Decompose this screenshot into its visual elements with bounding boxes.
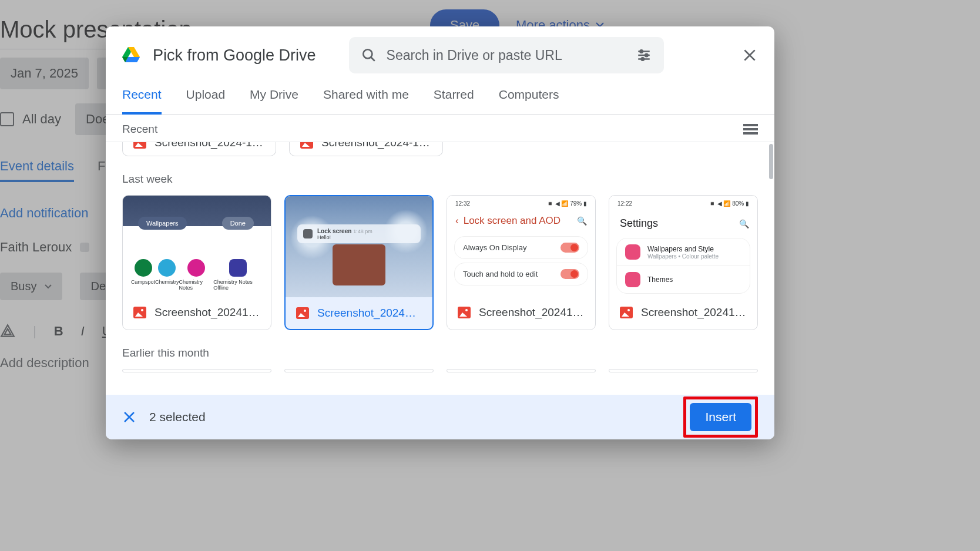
thumbnail: Wallpapers Done Campspot Chemistry Chemi… — [123, 196, 271, 297]
thumbnail: 12:32◾ ◀ 📶 79% ▮ ‹ Lock screen and AOD 🔍… — [447, 196, 595, 297]
section-label-recent: Recent — [122, 123, 157, 136]
tab-shared[interactable]: Shared with me — [323, 88, 409, 114]
google-drive-logo-icon — [122, 47, 140, 63]
tab-my-drive[interactable]: My Drive — [250, 88, 298, 114]
clear-selection-button[interactable] — [122, 410, 136, 424]
file-grid: Wallpapers Done Campspot Chemistry Chemi… — [122, 195, 758, 330]
file-card[interactable] — [447, 369, 596, 372]
file-card[interactable]: Screenshot_2024-10-… — [289, 142, 443, 156]
image-file-icon — [300, 142, 313, 149]
content-subheader: Recent — [106, 115, 774, 142]
image-file-icon — [620, 307, 633, 318]
file-card[interactable]: 12:22◾ ◀ 📶 80% ▮ Settings🔍 Wallpapers an… — [609, 195, 758, 330]
svg-point-3 — [641, 58, 643, 60]
selection-count: 2 selected — [149, 410, 206, 424]
tab-upload[interactable]: Upload — [186, 88, 226, 114]
svg-point-0 — [363, 49, 372, 58]
file-name: Screenshot_202410 1… — [641, 306, 747, 319]
image-file-icon — [296, 307, 309, 319]
file-card[interactable] — [609, 369, 758, 372]
insert-button-highlight: Insert — [683, 397, 758, 438]
file-card-selected[interactable]: Lock screen 1:48 pm Hello! Screenshot_20… — [284, 195, 434, 330]
file-name: Screenshot_2024-10-… — [155, 142, 265, 149]
section-earlier: Earlier this month — [122, 347, 758, 360]
picker-tabs: Recent Upload My Drive Shared with me St… — [106, 73, 774, 115]
search-options-icon[interactable] — [636, 47, 652, 63]
file-name: Screenshot_202410 1… — [317, 307, 422, 320]
thumbnail: Lock screen 1:48 pm Hello! — [286, 196, 432, 297]
image-file-icon — [133, 307, 146, 318]
drive-picker-modal: Pick from Google Drive Recent Upload My … — [106, 26, 774, 439]
file-card[interactable]: 12:32◾ ◀ 📶 79% ▮ ‹ Lock screen and AOD 🔍… — [447, 195, 596, 330]
scrollbar-thumb[interactable] — [769, 144, 773, 179]
image-file-icon — [133, 142, 146, 149]
file-card[interactable] — [122, 369, 271, 372]
search-box[interactable] — [349, 37, 664, 73]
file-card[interactable]: Screenshot_2024-10-… — [122, 142, 276, 156]
close-button[interactable] — [741, 47, 758, 63]
file-name: Screenshot_202410 1… — [155, 306, 260, 319]
tab-starred[interactable]: Starred — [434, 88, 474, 114]
tab-recent[interactable]: Recent — [122, 88, 162, 115]
svg-point-1 — [640, 50, 642, 52]
search-input[interactable] — [387, 48, 626, 63]
file-card[interactable] — [284, 369, 434, 372]
modal-title: Pick from Google Drive — [153, 46, 316, 65]
svg-point-2 — [645, 54, 647, 56]
tab-computers[interactable]: Computers — [499, 88, 559, 114]
modal-header: Pick from Google Drive — [106, 26, 774, 73]
file-card[interactable]: Wallpapers Done Campspot Chemistry Chemi… — [122, 195, 271, 330]
list-view-toggle-icon[interactable] — [743, 124, 758, 135]
insert-button[interactable]: Insert — [690, 403, 751, 431]
section-last-week: Last week — [122, 173, 758, 186]
file-content-area[interactable]: Screenshot_2024-10-… Screenshot_2024-10-… — [106, 142, 774, 395]
thumbnail: 12:22◾ ◀ 📶 80% ▮ Settings🔍 Wallpapers an… — [609, 196, 757, 297]
image-file-icon — [458, 307, 471, 318]
search-icon[interactable] — [361, 47, 377, 63]
file-name: Screenshot_202410 1… — [479, 306, 585, 319]
selection-footer: 2 selected Insert — [106, 395, 774, 439]
file-name: Screenshot_2024-10-… — [321, 142, 432, 149]
